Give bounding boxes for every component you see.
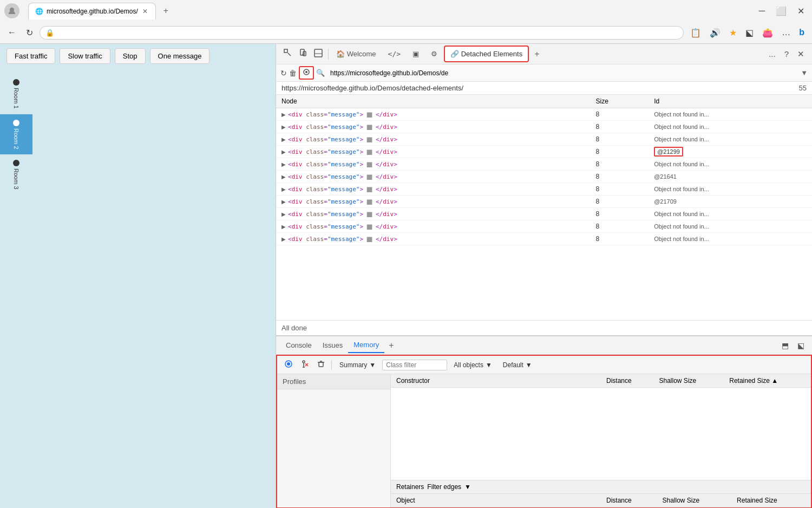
add-panel-button[interactable]: + [384, 338, 398, 353]
tab-performance[interactable]: ⚙ [425, 47, 443, 61]
back-button[interactable]: ← [4, 25, 19, 40]
table-row[interactable]: ▶<div class="message"> ██ </div>8Object … [276, 158, 812, 171]
take-snapshot-button[interactable] [299, 66, 314, 80]
size-cell: 8 [591, 121, 649, 133]
node-cell: ▶<div class="message"> ██ </div> [276, 208, 591, 220]
class-filter-input[interactable] [382, 360, 447, 370]
retained-size-header[interactable]: Retained Size ▲ [724, 374, 811, 388]
read-aloud-button[interactable]: 🔊 [706, 25, 724, 40]
bottom-panel-toolbar-right: ⬒ ⬕ [778, 340, 808, 351]
ret-shallow-size-header[interactable]: Shallow Size [657, 494, 731, 507]
table-row[interactable]: ▶<div class="message"> ██ </div>8Object … [276, 108, 812, 121]
filter-edges-label: Filter edges [427, 483, 461, 491]
id-cell: Object not found in... [649, 133, 812, 146]
tab-detached-elements[interactable]: 🔗 Detached Elements [444, 45, 529, 62]
devtools-panel: 🏠 Welcome </> ▣ ⚙ 🔗 Detached Elements + [276, 44, 812, 508]
bing-button[interactable]: b [796, 25, 808, 40]
tab-welcome[interactable]: 🏠 Welcome [331, 47, 382, 61]
tab-issues[interactable]: Issues [317, 338, 349, 353]
close-window-button[interactable]: ✕ [794, 4, 808, 18]
svg-rect-1 [284, 49, 287, 53]
take-heap-snapshot-button[interactable] [281, 359, 296, 371]
node-cell: ▶<div class="message"> ██ </div> [276, 196, 591, 208]
detached-search-bar: ↻ 🗑 🔍 ▼ [276, 64, 812, 82]
table-row[interactable]: ▶<div class="message"> ██ </div>8Object … [276, 233, 812, 245]
svg-point-10 [287, 362, 290, 366]
tab-elements[interactable]: </> [383, 47, 406, 61]
table-row[interactable]: ▶<div class="message"> ██ </div>8Object … [276, 220, 812, 233]
object-header[interactable]: Object [391, 494, 601, 507]
tab-network[interactable]: ▣ [407, 47, 424, 61]
all-objects-dropdown[interactable]: All objects ▼ [449, 360, 496, 370]
clear-profiles-button[interactable] [298, 359, 312, 371]
ret-retained-size-header[interactable]: Retained Size [731, 494, 811, 507]
shallow-size-header[interactable]: Shallow Size [654, 374, 724, 388]
reload-button[interactable]: ↻ [280, 69, 287, 77]
node-cell: ▶<div class="message"> ██ </div> [276, 108, 591, 121]
table-row[interactable]: ▶<div class="message"> ██ </div>8Object … [276, 133, 812, 146]
collections-button[interactable]: 📋 [687, 25, 704, 40]
more-tools-button[interactable]: ... [765, 47, 779, 61]
id-cell: Object not found in... [649, 108, 812, 121]
favorites-button[interactable]: ★ [726, 25, 740, 40]
table-row[interactable]: ▶<div class="message"> ██ </div>8Object … [276, 183, 812, 196]
detached-table-area[interactable]: Node Size Id ▶<div class="message"> ██ <… [276, 95, 812, 320]
refresh-button[interactable]: ↻ [23, 25, 36, 40]
tab-close-button[interactable]: ✕ [141, 6, 149, 16]
memory-separator [331, 360, 332, 370]
room-item-2[interactable]: Room 2 [0, 114, 32, 155]
room-item-3[interactable]: Room 3 [0, 154, 32, 195]
heap-table-area[interactable]: Constructor Distance Shallow Size Retain… [391, 374, 811, 480]
search-input[interactable] [327, 68, 798, 78]
table-row[interactable]: ▶<div class="message"> ██ </div>8@21299 [276, 146, 812, 158]
tab-memory[interactable]: Memory [348, 337, 384, 353]
address-bar[interactable]: 🔒 https://microsoftedge.github.io/Demos/… [40, 26, 684, 40]
node-cell: ▶<div class="message"> ██ </div> [276, 133, 591, 146]
size-cell: 8 [591, 108, 649, 121]
browser-tab-active[interactable]: 🌐 microsoftedge.github.io/Demos/ ✕ [28, 3, 156, 19]
browser-toolbar-icons: 📋 🔊 ★ ⬕ 👛 … b [687, 25, 808, 40]
search-icon: 🔍 [316, 69, 325, 77]
devtools-toolbar-right: ... ? ✕ [765, 47, 808, 61]
detached-url: https://microsoftedge.github.io/Demos/de… [281, 84, 463, 92]
id-cell: @21641 [649, 171, 812, 183]
new-panel-button[interactable]: + [530, 47, 543, 61]
help-button[interactable]: ? [781, 47, 792, 61]
stop-button[interactable]: Stop [115, 48, 146, 64]
summary-dropdown[interactable]: Summary ▼ [335, 360, 380, 370]
table-row[interactable]: ▶<div class="message"> ██ </div>8@21709 [276, 196, 812, 208]
inspect-button[interactable] [280, 47, 296, 61]
browser-chrome: 🌐 microsoftedge.github.io/Demos/ ✕ + ─ ⬜… [0, 0, 812, 44]
id-cell: Object not found in... [649, 121, 812, 133]
room-dot-2 [13, 120, 19, 126]
clear-button[interactable]: 🗑 [289, 69, 297, 77]
new-tab-button[interactable]: + [158, 3, 174, 19]
minimize-button[interactable]: ─ [756, 4, 768, 18]
default-dropdown[interactable]: Default ▼ [499, 360, 536, 370]
one-message-button[interactable]: One message [150, 48, 210, 64]
constructor-header[interactable]: Constructor [391, 374, 601, 388]
restore-button[interactable]: ⬜ [772, 4, 790, 18]
fast-traffic-button[interactable]: Fast traffic [6, 48, 55, 64]
room-item-1[interactable]: Room 1 [0, 74, 32, 114]
memory-panel-outer: Summary ▼ All objects ▼ Default ▼ [276, 355, 812, 508]
delete-profile-button[interactable] [314, 359, 328, 371]
undock-button[interactable]: ⬒ [778, 340, 792, 351]
distance-header[interactable]: Distance [601, 374, 654, 388]
more-options-button[interactable]: ⬕ [794, 340, 808, 351]
table-row[interactable]: ▶<div class="message"> ██ </div>8@21641 [276, 171, 812, 183]
heap-content: Constructor Distance Shallow Size Retain… [391, 374, 811, 507]
ret-distance-header[interactable]: Distance [601, 494, 657, 507]
wallet-button[interactable]: 👛 [759, 25, 776, 40]
table-row[interactable]: ▶<div class="message"> ██ </div>8Object … [276, 121, 812, 133]
settings-button[interactable]: … [778, 25, 794, 40]
url-input[interactable]: https://microsoftedge.github.io/Demos/de… [57, 29, 678, 37]
tab-console[interactable]: Console [280, 338, 317, 353]
svg-point-4 [302, 54, 303, 55]
close-devtools-button[interactable]: ✕ [794, 47, 808, 61]
split-screen-button[interactable]: ⬕ [742, 25, 757, 40]
device-emulation-button[interactable] [296, 47, 311, 61]
toggle-console-button[interactable] [311, 47, 326, 61]
table-row[interactable]: ▶<div class="message"> ██ </div>8Object … [276, 208, 812, 220]
slow-traffic-button[interactable]: Slow traffic [60, 48, 110, 64]
